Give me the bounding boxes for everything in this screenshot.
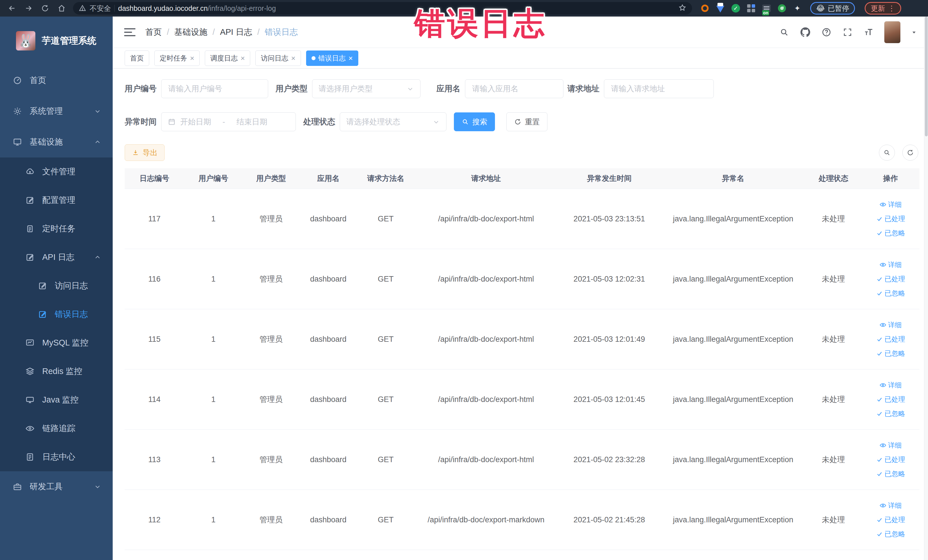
detail-link[interactable]: 详细 [879, 441, 902, 450]
search-icon[interactable] [778, 26, 790, 38]
export-button[interactable]: 导出 [125, 144, 165, 161]
sidebar-item-label: 链路追踪 [42, 423, 75, 434]
refresh-icon[interactable] [902, 145, 918, 160]
page-scrollbar[interactable] [924, 17, 928, 560]
action-label: 已处理 [885, 395, 905, 404]
avatar-caret-icon[interactable] [910, 29, 918, 36]
extensions-grid-icon[interactable] [746, 3, 756, 13]
sidebar-item-log-center[interactable]: 日志中心 [0, 443, 113, 471]
sidebar-item-dev-tools[interactable]: 研发工具 [0, 471, 113, 502]
done-link[interactable]: 已处理 [876, 275, 905, 284]
sidebar-item-label: 访问日志 [55, 280, 88, 291]
ignored-link[interactable]: 已忽略 [876, 469, 905, 478]
app-logo[interactable]: 🐰 芋道管理系统 [0, 17, 113, 65]
search-button[interactable]: 搜索 [454, 112, 495, 131]
scrollbar-thumb[interactable] [925, 17, 928, 136]
github-icon[interactable] [800, 26, 811, 38]
paused-badge[interactable]: 😂 已暂停 [810, 2, 855, 15]
close-icon[interactable]: × [291, 55, 295, 62]
tab-scheduled-tasks[interactable]: 定时任务× [154, 50, 200, 66]
help-icon[interactable] [821, 26, 832, 38]
address-bar[interactable]: 不安全 dashboard.yudao.iocoder.cn/infra/log… [73, 2, 692, 15]
breadcrumb-item[interactable]: 基础设施 [174, 26, 208, 38]
detail-link[interactable]: 详细 [879, 320, 902, 330]
process-status-select[interactable]: 请选择处理状态 [340, 112, 446, 131]
user-type-select[interactable]: 请选择用户类型 [312, 79, 420, 98]
date-range-picker[interactable]: 开始日期 - 结束日期 [161, 112, 296, 131]
request-url-label: 请求地址 [568, 83, 599, 94]
layers-icon [25, 366, 35, 376]
font-size-icon[interactable] [863, 26, 875, 38]
breadcrumb-item[interactable]: API 日志 [220, 26, 252, 38]
bookmark-star-icon[interactable] [678, 4, 686, 13]
sidebar-item-access-log[interactable]: 访问日志 [0, 272, 113, 300]
user-id-input[interactable] [161, 79, 268, 98]
ignored-link[interactable]: 已忽略 [876, 409, 905, 418]
sidebar-item-label: 日志中心 [42, 451, 75, 463]
extension-orange-icon[interactable] [700, 3, 710, 13]
reset-button[interactable]: 重置 [506, 112, 548, 131]
tab-schedule-log[interactable]: 调度日志× [205, 50, 250, 66]
table-row: 1151管理员dashboardGET/api/infra/db-doc/exp… [125, 309, 919, 369]
detail-link[interactable]: 详细 [879, 200, 902, 209]
row-actions: 详细已处理已忽略 [862, 501, 919, 539]
done-link[interactable]: 已处理 [876, 335, 905, 344]
sidebar-item-file-management[interactable]: 文件管理 [0, 157, 113, 186]
cell-app: dashboard [300, 516, 357, 524]
hamburger-icon[interactable] [124, 28, 136, 36]
sidebar-item-api-log[interactable]: API 日志 [0, 243, 113, 272]
ignored-link[interactable]: 已忽略 [876, 289, 905, 298]
extension-check-icon[interactable]: ✓ [731, 3, 740, 13]
app-name-input[interactable] [465, 79, 563, 98]
gear-icon [12, 107, 22, 116]
done-link[interactable]: 已处理 [876, 214, 905, 223]
close-icon[interactable]: × [241, 55, 245, 62]
security-label: 不安全 [90, 4, 111, 13]
browser-menu-icon[interactable]: ⋮ [888, 4, 895, 13]
extension-shield-icon[interactable] [716, 3, 725, 13]
sidebar-item-home[interactable]: 首页 [0, 65, 113, 96]
ignored-link[interactable]: 已忽略 [876, 349, 905, 358]
detail-link[interactable]: 详细 [879, 381, 902, 390]
tab-error-log[interactable]: 错误日志× [306, 50, 358, 66]
table-header-row: 日志编号用户编号用户类型应用名请求方法名请求地址异常发生时间异常名处理状态操作 [125, 168, 919, 189]
sidebar-item-java-monitor[interactable]: Java 监控 [0, 386, 113, 414]
update-button[interactable]: 更新 ⋮ [865, 2, 901, 15]
forward-icon[interactable] [24, 4, 33, 13]
ignored-link[interactable]: 已忽略 [876, 529, 905, 539]
tab-home[interactable]: 首页 [125, 50, 149, 66]
show-search-icon[interactable] [879, 145, 895, 160]
sidebar-item-trace[interactable]: 链路追踪 [0, 414, 113, 443]
extension-pin-icon[interactable]: ✦ [792, 3, 802, 13]
breadcrumb-separator: / [212, 27, 215, 37]
user-avatar[interactable] [884, 21, 901, 43]
sidebar-item-system-management[interactable]: 系统管理 [0, 96, 113, 127]
done-link[interactable]: 已处理 [876, 515, 905, 524]
sidebar-item-mysql-monitor[interactable]: MySQL 监控 [0, 329, 113, 357]
home-icon[interactable] [57, 4, 66, 13]
sidebar-item-error-log[interactable]: 错误日志 [0, 300, 113, 329]
detail-link[interactable]: 详细 [879, 501, 902, 510]
sidebar-item-redis-monitor[interactable]: Redis 监控 [0, 357, 113, 386]
extension-green-icon[interactable] [777, 3, 787, 13]
fullscreen-icon[interactable] [842, 26, 853, 38]
done-link[interactable]: 已处理 [876, 395, 905, 404]
cell-user-id: 1 [184, 516, 243, 524]
close-icon[interactable]: × [349, 55, 353, 62]
sidebar-item-infrastructure[interactable]: 基础设施 [0, 127, 113, 157]
sidebar-item-scheduled-tasks[interactable]: 定时任务 [0, 215, 113, 243]
request-url-input[interactable] [604, 79, 714, 98]
back-icon[interactable] [8, 4, 17, 13]
sidebar-item-config-management[interactable]: 配置管理 [0, 186, 113, 215]
detail-link[interactable]: 详细 [879, 260, 902, 269]
reload-icon[interactable] [41, 4, 50, 13]
done-link[interactable]: 已处理 [876, 455, 905, 464]
tab-access-log[interactable]: 访问日志× [255, 50, 301, 66]
extension-on-icon[interactable]: on [762, 3, 771, 13]
chevron-down-icon [406, 85, 414, 92]
action-label: 详细 [888, 260, 902, 269]
ignored-link[interactable]: 已忽略 [876, 229, 905, 238]
close-icon[interactable]: × [190, 55, 194, 62]
breadcrumb-item[interactable]: 首页 [145, 26, 162, 38]
eye-sm-icon [879, 382, 886, 389]
